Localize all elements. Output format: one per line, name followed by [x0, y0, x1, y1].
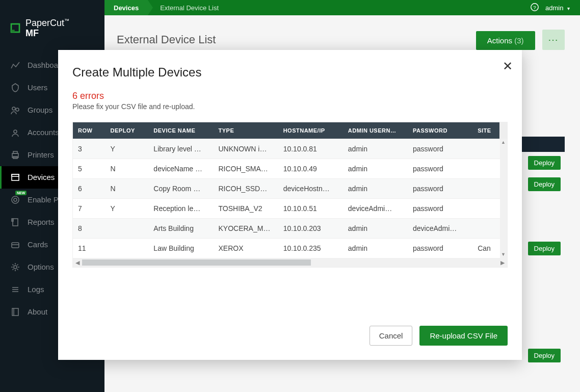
nav-icon [10, 150, 20, 160]
cell-row: 7 [73, 199, 106, 219]
svg-point-11 [14, 198, 17, 201]
table-row: 8Arts BuildingKYOCERA_M…10.10.0.203admin… [73, 219, 507, 239]
sidebar-item-label: Accounts [28, 128, 59, 137]
cell-type: TOSHIBA_V2 [214, 199, 278, 219]
breadcrumb-devices[interactable]: Devices [104, 0, 148, 15]
svg-point-2 [12, 107, 15, 110]
create-multiple-devices-modal: ✕ Create Multiple Devices 6 errors Pleas… [58, 50, 522, 360]
cell-row: 8 [73, 219, 106, 239]
svg-rect-9 [12, 174, 19, 176]
horizontal-scrollbar[interactable]: ◀ ▶ [73, 258, 507, 267]
svg-rect-6 [13, 151, 17, 153]
cell-device-name: Library level … [148, 139, 213, 159]
new-badge: NEW [15, 191, 27, 195]
cell-admin-user: admin [343, 219, 408, 239]
cell-device-name: deviceName … [148, 159, 213, 179]
topbar: Devices External Device List ? admin ▾ [104, 0, 580, 15]
svg-rect-8 [12, 174, 19, 180]
cell-type: UNKNOWN i… [214, 139, 278, 159]
reupload-csv-button[interactable]: Re-upload CSV File [419, 326, 508, 346]
nav-icon [10, 240, 20, 250]
nav-icon [10, 307, 20, 317]
nav-icon [10, 127, 20, 138]
chevron-down-icon: ▾ [567, 6, 570, 11]
breadcrumb: Devices External Device List [104, 0, 228, 15]
sidebar-item-label: About [28, 307, 47, 316]
col-password[interactable]: PASSWORD [408, 122, 472, 139]
sidebar-item-label: Reports [28, 218, 55, 226]
deploy-button[interactable]: Deploy [528, 349, 561, 362]
actions-count: (3) [514, 36, 523, 45]
cell-password: password [408, 199, 472, 219]
nav-icon [10, 105, 20, 115]
deploy-button[interactable]: Deploy [528, 156, 561, 170]
deploy-button[interactable]: Deploy [528, 242, 561, 255]
col-device-name[interactable]: DEVICE NAME [148, 122, 213, 139]
cell-site [472, 139, 499, 159]
nav-icon [10, 217, 20, 227]
table-row: 7YReception le…TOSHIBA_V210.10.0.51devic… [73, 199, 507, 219]
cell-deploy: N [106, 159, 149, 179]
cell-device-name: Arts Building [148, 219, 213, 239]
close-icon[interactable]: ✕ [503, 59, 513, 73]
help-icon[interactable]: ? [530, 3, 539, 13]
cell-hostname: 10.10.0.49 [278, 159, 343, 179]
sidebar-item-label: Devices [28, 173, 55, 181]
sidebar-item-label: Users [28, 83, 47, 92]
col-site[interactable]: SITE [472, 122, 499, 139]
cell-hostname: 10.10.0.235 [278, 239, 343, 258]
nav-icon [10, 284, 20, 295]
col-deploy[interactable]: DEPLOY [106, 122, 149, 139]
brand-name-2: MF [25, 28, 39, 38]
svg-rect-1 [11, 30, 15, 33]
cell-password: deviceAdmi… [408, 219, 472, 239]
cell-type: KYOCERA_M… [214, 219, 278, 239]
actions-button[interactable]: Actions (3) [476, 31, 535, 50]
errors-count: 6 errors [72, 91, 508, 101]
sidebar-item-label: Groups [28, 106, 52, 114]
nav-icon [10, 195, 20, 205]
cell-deploy: N [106, 179, 149, 199]
cancel-button[interactable]: Cancel [370, 326, 413, 346]
col-admin-user[interactable]: ADMIN USERN… [343, 122, 408, 139]
cell-deploy: Y [106, 139, 149, 159]
cell-password: password [408, 139, 472, 159]
papercut-logo-icon [10, 23, 20, 33]
table-row: 3YLibrary level …UNKNOWN i…10.10.0.81adm… [73, 139, 507, 159]
col-hostname[interactable]: HOSTNAME/IP [278, 122, 343, 139]
cell-hostname: deviceHostn… [278, 179, 343, 199]
svg-point-10 [12, 196, 19, 203]
actions-label: Actions [487, 36, 512, 45]
cell-hostname: 10.10.0.51 [278, 199, 343, 219]
cell-deploy [106, 219, 149, 239]
scroll-left-icon[interactable]: ◀ [73, 259, 82, 266]
svg-text:?: ? [533, 4, 536, 10]
cell-password: password [408, 239, 472, 258]
cell-site [472, 159, 499, 179]
breadcrumb-external-device-list[interactable]: External Device List [148, 0, 228, 15]
svg-rect-14 [12, 243, 19, 248]
svg-point-3 [16, 108, 19, 111]
errors-subtitle: Please fix your CSV file and re-upload. [72, 102, 508, 111]
user-name: admin [545, 4, 563, 12]
vertical-scrollbar[interactable] [500, 139, 507, 258]
scroll-right-icon[interactable]: ▶ [498, 259, 507, 266]
cell-password: password [408, 159, 472, 179]
user-menu[interactable]: admin ▾ [545, 4, 570, 12]
errors-table-container: ROW DEPLOY DEVICE NAME TYPE HOSTNAME/IP … [72, 122, 508, 268]
cell-admin-user: admin [343, 239, 408, 258]
deploy-button[interactable]: Deploy [528, 177, 561, 191]
modal-title: Create Multiple Devices [72, 65, 508, 80]
sidebar-item-label: Cards [28, 240, 48, 249]
cell-admin-user: deviceAdmi… [343, 199, 408, 219]
table-row: 5NdeviceName …RICOH_SMA…10.10.0.49adminp… [73, 159, 507, 179]
nav-icon [10, 172, 20, 182]
cell-deploy: Y [106, 199, 149, 219]
cell-admin-user: admin [343, 139, 408, 159]
col-type[interactable]: TYPE [214, 122, 278, 139]
cell-row: 5 [73, 159, 106, 179]
cell-admin-user: admin [343, 179, 408, 199]
col-row[interactable]: ROW [73, 122, 106, 139]
more-button[interactable]: ⋯ [542, 30, 565, 50]
cell-deploy [106, 239, 149, 258]
